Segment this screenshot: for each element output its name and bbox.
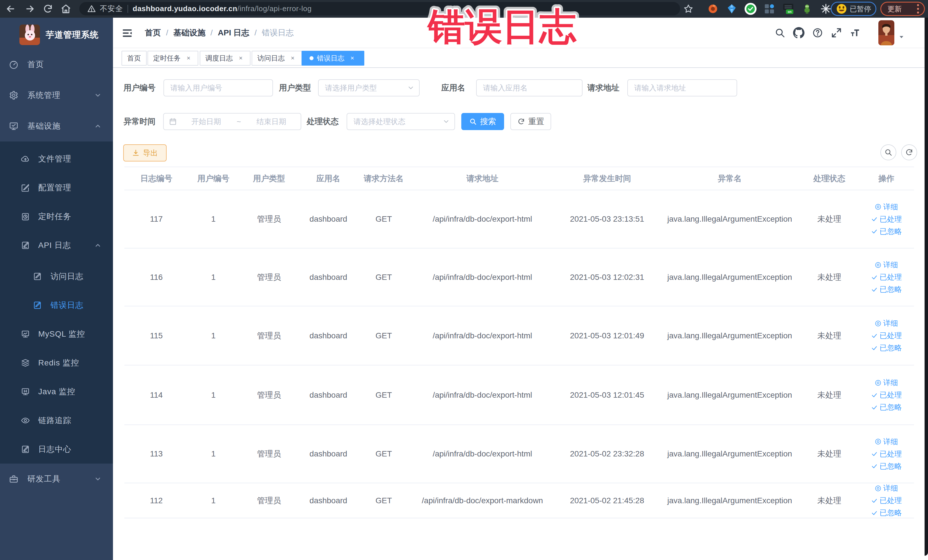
- breadcrumb-api-log[interactable]: API 日志: [218, 27, 249, 38]
- cell-method: GET: [357, 425, 410, 483]
- end-date-placeholder[interactable]: 结束日期: [242, 117, 301, 127]
- sidebar-item-api-log[interactable]: API 日志: [0, 231, 113, 259]
- address-bar[interactable]: 不安全 dashboard.yudao.iocoder.cn/infra/log…: [79, 2, 680, 15]
- user-avatar[interactable]: [878, 20, 894, 45]
- sidebar-item-redis-monitor[interactable]: Redis 监控: [0, 348, 113, 377]
- detail-link[interactable]: 详细: [875, 437, 898, 447]
- browser-back-button[interactable]: [4, 2, 17, 15]
- mark-processed-link[interactable]: 已处理: [871, 331, 902, 340]
- sidebar-item-tracing[interactable]: 链路追踪: [0, 406, 113, 435]
- breadcrumb-infra[interactable]: 基础设施: [174, 27, 205, 38]
- extension-orange-ring-icon[interactable]: [704, 0, 722, 18]
- process-status-select[interactable]: 请选择处理状态: [346, 113, 455, 130]
- tag-error-log[interactable]: 错误日志 ×: [302, 51, 364, 66]
- browser-reload-button[interactable]: [41, 2, 55, 15]
- mark-processed-link[interactable]: 已处理: [871, 272, 902, 282]
- sidebar-item-config-mgmt[interactable]: 配置管理: [0, 173, 113, 202]
- mark-ignored-link[interactable]: 已忽略: [871, 402, 902, 412]
- column-header-method[interactable]: 请求方法名: [357, 167, 410, 190]
- sidebar-item-home[interactable]: 首页: [0, 49, 113, 80]
- sidebar-item-mysql-monitor[interactable]: MySQL 监控: [0, 319, 113, 348]
- tag-access-log[interactable]: 访问日志 ×: [252, 51, 302, 66]
- cell-actions: 详细 已处理 已忽略: [859, 425, 914, 483]
- column-header-exception-time[interactable]: 异常发生时间: [554, 167, 659, 190]
- kebab-menu-icon[interactable]: [917, 3, 919, 14]
- detail-link[interactable]: 详细: [875, 483, 898, 493]
- url-host[interactable]: dashboard.yudao.iocoder.cn: [133, 4, 237, 13]
- sidebar-logo[interactable]: 芋道管理系统: [0, 18, 113, 52]
- cell-status: 未处理: [800, 190, 859, 248]
- tag-home[interactable]: 首页: [122, 51, 147, 66]
- tag-schedule-log[interactable]: 调度日志 ×: [200, 51, 250, 66]
- detail-link[interactable]: 详细: [875, 318, 898, 328]
- sidebar-item-file-mgmt[interactable]: 文件管理: [0, 144, 113, 173]
- browser-update-button[interactable]: 更新: [881, 2, 925, 16]
- extension-blue-gem-icon[interactable]: [722, 0, 741, 18]
- font-size-button[interactable]: [846, 18, 865, 48]
- toggle-search-button[interactable]: [881, 144, 896, 160]
- extension-tampermonkey-icon[interactable]: on: [779, 0, 798, 18]
- browser-home-button[interactable]: [60, 2, 72, 15]
- detail-link[interactable]: 详细: [875, 202, 898, 212]
- avatar-caret-icon[interactable]: [894, 18, 908, 48]
- column-header-app-name[interactable]: 应用名: [299, 167, 357, 190]
- extension-paused-pill[interactable]: 已暂停: [831, 2, 876, 16]
- sidebar-item-system[interactable]: 系统管理: [0, 80, 113, 111]
- exception-time-range-picker[interactable]: 开始日期 ~ 结束日期: [163, 113, 301, 130]
- sidebar-item-log-center[interactable]: 日志中心: [0, 435, 113, 464]
- column-header-user-id[interactable]: 用户编号: [188, 167, 238, 190]
- column-header-log-id[interactable]: 日志编号: [124, 167, 188, 190]
- column-header-status[interactable]: 处理状态: [800, 167, 859, 190]
- close-icon[interactable]: ×: [237, 54, 245, 62]
- export-button[interactable]: 导出: [123, 144, 166, 162]
- cell-log-id: 117: [124, 190, 188, 248]
- url-path[interactable]: /infra/log/api-error-log: [237, 4, 312, 13]
- detail-link[interactable]: 详细: [875, 260, 898, 270]
- mark-processed-link[interactable]: 已处理: [871, 390, 902, 400]
- mark-processed-link[interactable]: 已处理: [871, 449, 902, 459]
- mark-ignored-link[interactable]: 已忽略: [871, 508, 902, 518]
- search-button[interactable]: 搜索: [461, 113, 504, 130]
- browser-forward-button[interactable]: [23, 2, 37, 15]
- breadcrumb-home[interactable]: 首页: [145, 27, 161, 38]
- sidebar-item-dev-tools[interactable]: 研发工具: [0, 464, 113, 494]
- sidebar-item-infra[interactable]: 基础设施: [0, 111, 113, 142]
- user-id-input[interactable]: 请输入用户编号: [163, 79, 273, 96]
- header-search-button[interactable]: [771, 18, 789, 48]
- request-url-input[interactable]: 请输入请求地址: [627, 79, 737, 96]
- app-name-input[interactable]: 请输入应用名: [476, 79, 583, 96]
- sidebar-item-java-monitor[interactable]: Java 监控: [0, 377, 113, 406]
- sidebar-item-access-log[interactable]: 访问日志: [0, 262, 113, 291]
- extension-grid-icon[interactable]: [760, 0, 779, 18]
- help-button[interactable]: [808, 18, 827, 48]
- column-header-exception-name[interactable]: 异常名: [659, 167, 800, 190]
- column-header-request-url[interactable]: 请求地址: [410, 167, 554, 190]
- close-icon[interactable]: ×: [348, 54, 356, 62]
- mark-ignored-link[interactable]: 已忽略: [871, 226, 902, 237]
- mark-ignored-link[interactable]: 已忽略: [871, 461, 902, 471]
- extension-green-robot-icon[interactable]: [798, 0, 817, 18]
- refresh-table-button[interactable]: [901, 144, 917, 160]
- column-header-user-type[interactable]: 用户类型: [238, 167, 299, 190]
- mark-ignored-link[interactable]: 已忽略: [871, 343, 902, 353]
- mark-processed-link[interactable]: 已处理: [871, 214, 902, 224]
- extension-green-check-icon[interactable]: [741, 0, 760, 18]
- sidebar-item-cron-jobs[interactable]: 定时任务: [0, 202, 113, 231]
- browser-scrollbar[interactable]: [925, 18, 928, 556]
- tag-cron-jobs[interactable]: 定时任务 ×: [148, 51, 198, 66]
- mark-ignored-link[interactable]: 已忽略: [871, 284, 902, 294]
- bookmark-star-button[interactable]: [682, 2, 695, 15]
- sidebar-item-error-log[interactable]: 错误日志: [0, 291, 113, 319]
- column-header-actions[interactable]: 操作: [859, 167, 914, 190]
- start-date-placeholder[interactable]: 开始日期: [177, 117, 235, 127]
- reset-button[interactable]: 重置: [510, 113, 551, 130]
- close-icon[interactable]: ×: [185, 54, 192, 62]
- detail-link[interactable]: 详细: [875, 378, 898, 388]
- mark-processed-link[interactable]: 已处理: [871, 496, 902, 505]
- close-icon[interactable]: ×: [289, 54, 297, 62]
- github-link[interactable]: [789, 18, 808, 48]
- user-type-select[interactable]: 请选择用户类型: [318, 79, 420, 96]
- hamburger-toggle[interactable]: [121, 26, 134, 40]
- security-label[interactable]: 不安全: [100, 4, 123, 14]
- fullscreen-button[interactable]: [827, 18, 846, 48]
